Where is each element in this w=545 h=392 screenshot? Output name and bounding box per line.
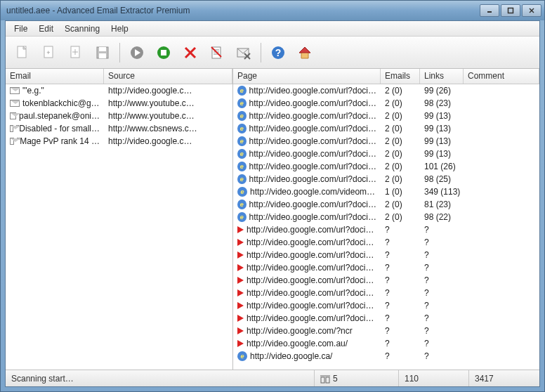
col-links[interactable]: Links	[420, 69, 464, 84]
page-emails: 2 (0)	[381, 136, 420, 147]
page-emails: ?	[381, 313, 420, 324]
page-row[interactable]: ehttp://video.google.com/videom…1 (0)349…	[233, 185, 539, 198]
page-url: http://video.google.com/url?doci…	[249, 98, 376, 108]
maximize-button[interactable]	[501, 4, 520, 17]
source-text: http://www.cbsnews.c…	[104, 123, 232, 134]
filter-button[interactable]	[232, 41, 255, 64]
page-row[interactable]: ehttp://video.google.com/url?doci…2 (0)1…	[233, 160, 539, 173]
page-links: ?	[420, 351, 464, 362]
page-list-body[interactable]: ehttp://video.google.com/url?doci…2 (0)9…	[233, 84, 539, 370]
email-list-body[interactable]: "'e.g." http://video.google.c…tokenblack…	[6, 84, 232, 370]
page-row[interactable]: http://video.google.com/url?doci…??	[233, 312, 539, 325]
page-row[interactable]: http://video.google.com/url?doci…??	[233, 287, 539, 299]
page-emails: 1 (0)	[381, 186, 420, 197]
delete-icon	[183, 45, 198, 60]
menu-file[interactable]: File	[8, 22, 33, 35]
stop-button[interactable]	[152, 41, 175, 64]
page-row[interactable]: http://video.google.com/url?doci…??	[233, 236, 539, 249]
page-url: http://video.google.com/url?doci…	[247, 225, 374, 235]
flag-icon	[237, 277, 244, 284]
menu-scanning[interactable]: Scanning	[59, 22, 105, 35]
page-comment	[464, 267, 539, 268]
close-button[interactable]	[522, 4, 541, 17]
page-row[interactable]: http://video.google.com/?ncr??	[233, 325, 539, 337]
page-emails: ?	[381, 275, 420, 286]
col-emails[interactable]: Emails	[381, 69, 420, 84]
clear-button[interactable]	[206, 41, 228, 64]
statusbar: Scanning start… 5 110 3417	[6, 370, 539, 386]
flag-icon	[237, 226, 244, 233]
page-links: 81 (23)	[420, 199, 464, 210]
ie-icon: e	[237, 124, 247, 133]
envelope-icon	[10, 87, 20, 94]
app-window: untitled.aee - Advanced Email Extractor …	[0, 0, 545, 392]
col-comment[interactable]: Comment	[464, 69, 539, 84]
save-button[interactable]	[91, 41, 114, 64]
page-row[interactable]: http://video.google.com.au/??	[233, 337, 539, 350]
page-links: ?	[420, 287, 464, 299]
minimize-button[interactable]	[480, 4, 499, 17]
page-url: http://video.google.com/url?doci…	[247, 263, 374, 273]
page-links: ?	[420, 249, 464, 261]
source-text: http://video.google.c…	[104, 85, 232, 96]
toolbar: + ?	[6, 37, 539, 69]
envelope-icon	[10, 112, 16, 119]
menu-help[interactable]: Help	[105, 22, 134, 35]
envelope-x-icon	[236, 45, 251, 60]
page-comment	[464, 229, 539, 230]
envelope-icon	[10, 100, 20, 107]
page-comment	[464, 355, 539, 357]
email-text: "'e.g."	[22, 86, 44, 96]
help-button[interactable]: ?	[267, 41, 289, 64]
delete-button[interactable]	[179, 41, 202, 64]
svg-rect-26	[321, 377, 324, 383]
page-emails: ?	[381, 351, 420, 362]
home-button[interactable]	[294, 41, 316, 64]
page-emails: 2 (0)	[381, 85, 420, 96]
svg-rect-9	[99, 47, 106, 51]
email-row[interactable]: paul.stepanek@oni…http://www.youtube.c…	[6, 110, 232, 122]
page-row[interactable]: ehttp://video.google.com/url?doci…2 (0)9…	[233, 122, 539, 135]
page-links: 98 (23)	[420, 98, 464, 109]
page-links: ?	[420, 338, 464, 349]
page-url: http://video.google.ca/	[250, 351, 332, 361]
page-row[interactable]: http://video.google.com/url?doci…??	[233, 261, 539, 274]
email-row[interactable]: "Disabled - for small…http://www.cbsnews…	[6, 122, 232, 135]
col-email[interactable]: Email	[6, 69, 104, 84]
page-row[interactable]: ehttp://video.google.com/url?doci…2 (0)9…	[233, 84, 539, 97]
source-text: http://www.youtube.c…	[104, 110, 232, 122]
start-button[interactable]	[126, 41, 148, 64]
page-row[interactable]: ehttp://video.google.ca/??	[233, 350, 539, 362]
page-links: ?	[420, 262, 464, 273]
page-links: ?	[420, 237, 464, 248]
email-row[interactable]: "Mage PvP rank 14 …http://video.google.c…	[6, 135, 232, 148]
page-links: 99 (13)	[420, 136, 464, 147]
page-row[interactable]: http://video.google.com/url?doci…??	[233, 249, 539, 261]
page-row[interactable]: ehttp://video.google.com/url?doci…2 (0)9…	[233, 211, 539, 223]
page-row[interactable]: http://video.google.com/url?doci…??	[233, 299, 539, 312]
col-page[interactable]: Page	[233, 69, 381, 84]
page-comment	[464, 166, 539, 167]
col-source[interactable]: Source	[104, 69, 232, 84]
page-row[interactable]: http://video.google.com/url?doci…??	[233, 223, 539, 236]
open-button[interactable]: +	[38, 41, 60, 64]
titlebar[interactable]: untitled.aee - Advanced Email Extractor …	[1, 1, 544, 20]
flag-icon	[237, 302, 244, 309]
page-links: ?	[420, 224, 464, 235]
page-emails: 2 (0)	[381, 161, 420, 172]
page-row[interactable]: ehttp://video.google.com/url?doci…2 (0)9…	[233, 135, 539, 148]
page-row[interactable]: ehttp://video.google.com/url?doci…2 (0)9…	[233, 97, 539, 110]
page-emails: ?	[381, 287, 420, 299]
page-emails: ?	[381, 262, 420, 273]
page-row[interactable]: http://video.google.com/url?doci…??	[233, 274, 539, 287]
email-pane: Email Source "'e.g." http://video.google…	[6, 69, 233, 370]
page-row[interactable]: ehttp://video.google.com/url?doci…2 (0)9…	[233, 148, 539, 160]
new-button[interactable]	[11, 41, 34, 64]
menu-edit[interactable]: Edit	[33, 22, 59, 35]
page-row[interactable]: ehttp://video.google.com/url?doci…2 (0)9…	[233, 110, 539, 122]
append-button[interactable]	[65, 41, 87, 64]
email-row[interactable]: "'e.g." http://video.google.c…	[6, 84, 232, 97]
page-row[interactable]: ehttp://video.google.com/url?doci…2 (0)8…	[233, 198, 539, 211]
page-row[interactable]: ehttp://video.google.com/url?doci…2 (0)9…	[233, 173, 539, 185]
email-row[interactable]: tokenblackchic@g…http://www.youtube.c…	[6, 97, 232, 110]
